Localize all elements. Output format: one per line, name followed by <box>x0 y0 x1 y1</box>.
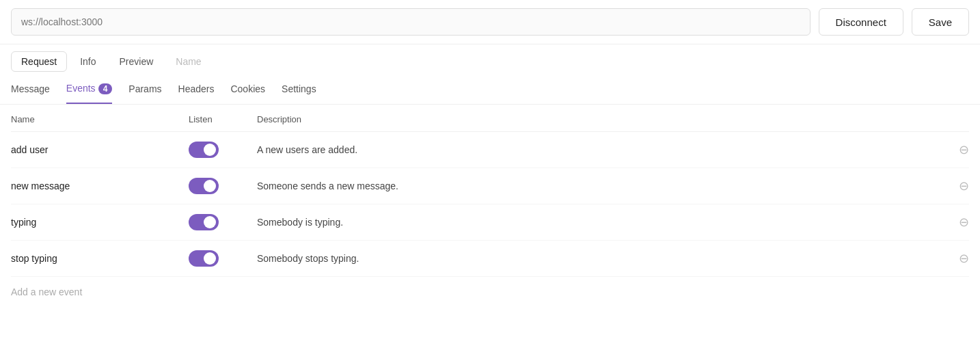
toggle-listen-stop-typing[interactable] <box>189 250 257 267</box>
col-listen-header: Listen <box>189 114 257 124</box>
event-description: A new users are added. <box>257 144 942 155</box>
event-description: Somebody is typing. <box>257 217 942 228</box>
toggle-listen-typing[interactable] <box>189 214 257 230</box>
table-row: new message Someone sends a new message.… <box>11 168 969 204</box>
tab-settings[interactable]: Settings <box>282 83 316 104</box>
save-button[interactable]: Save <box>912 8 969 36</box>
subtab-bar: Request Info Preview Name <box>0 44 980 72</box>
event-name: new message <box>11 180 189 191</box>
table-row: stop typing Somebody stops typing. ⊖ <box>11 241 969 277</box>
remove-icon[interactable]: ⊖ <box>942 215 969 230</box>
events-table: Name Listen Description add user A new u… <box>0 105 980 307</box>
table-header: Name Listen Description <box>11 105 969 132</box>
tab-events[interactable]: Events4 <box>66 83 113 104</box>
remove-icon[interactable]: ⊖ <box>942 142 969 157</box>
tab-cookies[interactable]: Cookies <box>230 83 265 104</box>
toggle-listen-add-user[interactable] <box>189 142 257 158</box>
tab-message[interactable]: Message <box>11 83 50 104</box>
disconnect-button[interactable]: Disconnect <box>819 8 903 36</box>
event-name: typing <box>11 217 189 228</box>
table-row: add user A new users are added. ⊖ <box>11 132 969 168</box>
event-description: Somebody stops typing. <box>257 253 942 264</box>
remove-icon[interactable]: ⊖ <box>942 178 969 193</box>
table-row: typing Somebody is typing. ⊖ <box>11 204 969 241</box>
col-description-header: Description <box>257 114 942 124</box>
subtab-info[interactable]: Info <box>70 51 106 72</box>
event-name: stop typing <box>11 253 189 264</box>
subtab-preview[interactable]: Preview <box>109 51 164 72</box>
toggle-listen-new-message[interactable] <box>189 178 257 194</box>
tab-headers[interactable]: Headers <box>178 83 215 104</box>
event-description: Someone sends a new message. <box>257 180 942 191</box>
event-name: add user <box>11 144 189 155</box>
add-event-row[interactable]: Add a new event <box>11 277 969 307</box>
remove-icon[interactable]: ⊖ <box>942 251 969 266</box>
main-tabs: Message Events4 Params Headers Cookies S… <box>0 72 980 105</box>
subtab-name[interactable]: Name <box>166 52 210 71</box>
events-badge: 4 <box>98 83 113 94</box>
tab-params[interactable]: Params <box>128 83 161 104</box>
col-name-header: Name <box>11 114 189 124</box>
subtab-request[interactable]: Request <box>11 51 67 72</box>
url-input[interactable]: ws://localhost:3000 <box>11 8 811 36</box>
top-bar: ws://localhost:3000 Disconnect Save <box>0 0 980 44</box>
